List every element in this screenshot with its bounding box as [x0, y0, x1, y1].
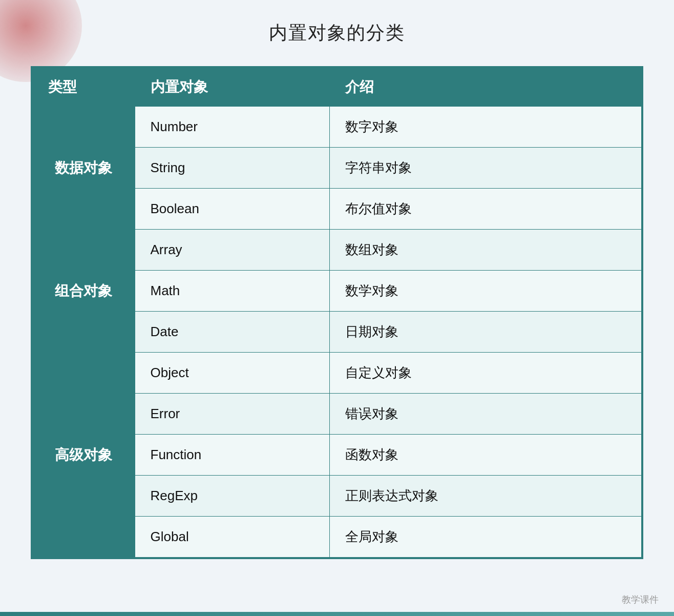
- header-type: 类型: [32, 68, 135, 107]
- object-name-cell: Error: [135, 394, 329, 435]
- object-name-cell: Number: [135, 107, 329, 148]
- watermark: 教学课件: [622, 593, 659, 606]
- page-title: 内置对象的分类: [269, 20, 405, 46]
- header-object: 内置对象: [135, 68, 329, 107]
- object-name-cell: Date: [135, 312, 329, 353]
- description-cell: 全局对象: [329, 517, 642, 558]
- table-body: 数据对象Number数字对象String字符串对象Boolean布尔值对象组合对…: [32, 107, 642, 558]
- object-name-cell: Boolean: [135, 189, 329, 230]
- header-desc: 介绍: [329, 68, 642, 107]
- description-cell: 数组对象: [329, 230, 642, 271]
- table-header: 类型 内置对象 介绍: [32, 68, 642, 107]
- classification-table: 类型 内置对象 介绍 数据对象Number数字对象String字符串对象Bool…: [32, 67, 642, 558]
- category-cell-1: 组合对象: [32, 230, 135, 353]
- category-cell-2: 高级对象: [32, 353, 135, 558]
- category-cell-0: 数据对象: [32, 107, 135, 230]
- description-cell: 数学对象: [329, 271, 642, 312]
- description-cell: 错误对象: [329, 394, 642, 435]
- description-cell: 函数对象: [329, 435, 642, 476]
- object-name-cell: RegExp: [135, 476, 329, 517]
- table-row: 组合对象Array数组对象: [32, 230, 642, 271]
- description-cell: 正则表达式对象: [329, 476, 642, 517]
- object-name-cell: String: [135, 148, 329, 189]
- main-table-wrapper: 类型 内置对象 介绍 数据对象Number数字对象String字符串对象Bool…: [31, 66, 643, 559]
- description-cell: 布尔值对象: [329, 189, 642, 230]
- table-row: 数据对象Number数字对象: [32, 107, 642, 148]
- description-cell: 数字对象: [329, 107, 642, 148]
- description-cell: 字符串对象: [329, 148, 642, 189]
- object-name-cell: Math: [135, 271, 329, 312]
- object-name-cell: Object: [135, 353, 329, 394]
- description-cell: 日期对象: [329, 312, 642, 353]
- object-name-cell: Function: [135, 435, 329, 476]
- object-name-cell: Global: [135, 517, 329, 558]
- table-row: 高级对象Object自定义对象: [32, 353, 642, 394]
- description-cell: 自定义对象: [329, 353, 642, 394]
- object-name-cell: Array: [135, 230, 329, 271]
